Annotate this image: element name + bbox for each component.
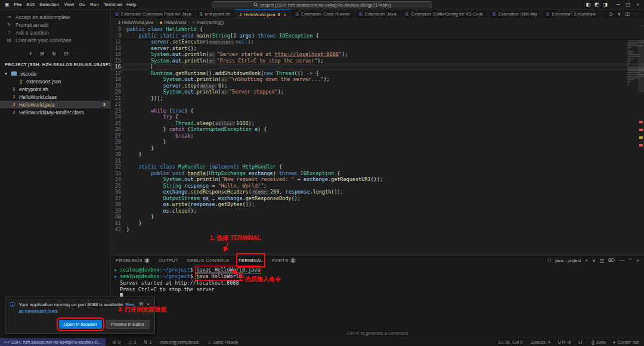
menu-go[interactable]: Go: [79, 2, 85, 7]
remote-indicator[interactable]: ><SSH: hzh.sealos.run-ns-us4sp7ie-devbox…: [0, 338, 106, 346]
tab-helloworld-java[interactable]: JHelloWorld.java3×: [235, 10, 291, 18]
indentation[interactable]: Spaces: 4: [529, 338, 551, 346]
code-line[interactable]: 28 }: [111, 139, 644, 145]
split-terminal-icon[interactable]: ◫: [600, 258, 605, 263]
open-in-browser-button[interactable]: Open in Browser: [59, 320, 102, 329]
refresh-explorer-icon[interactable]: ↻: [52, 51, 56, 57]
code-line[interactable]: 14 System.out.println(x:"Server started …: [111, 51, 644, 58]
code-line[interactable]: 21 }));: [111, 95, 644, 102]
indexing-status[interactable]: Indexing completed.: [159, 338, 201, 346]
cursor-position[interactable]: Ln 16, Col 9: [497, 338, 524, 346]
panel-tab-ports[interactable]: PORTS1: [272, 255, 296, 265]
new-terminal-icon[interactable]: +: [585, 258, 588, 263]
new-file-icon[interactable]: +: [29, 51, 32, 57]
breadcrumb-item-helloworld[interactable]: ◆HelloWorld: [160, 20, 187, 25]
code-line[interactable]: 40 }: [111, 214, 644, 220]
eol[interactable]: LF: [577, 338, 585, 346]
code-line[interactable]: 25 Thread.sleep(millis:1000);: [111, 120, 644, 127]
code-line[interactable]: 34 System.out.println("New request recei…: [111, 176, 644, 183]
toggle-secondary-sidebar-icon[interactable]: ◨: [603, 2, 608, 7]
toggle-primary-sidebar-icon[interactable]: ◧: [586, 2, 590, 7]
close-tab-icon[interactable]: ×: [284, 12, 287, 17]
code-line[interactable]: 13 server.start();: [111, 45, 644, 52]
code-line[interactable]: 32 static class MyHandler implements Htt…: [111, 164, 644, 170]
close-button[interactable]: ×: [636, 2, 639, 7]
tab-entrypoint-sh[interactable]: $entrypoint.sh: [196, 10, 235, 18]
tree-item-helloworld-myhandler-class[interactable]: JHelloWorld$MyHandler.class: [0, 108, 110, 116]
notification-settings-icon[interactable]: ⚙: [139, 301, 143, 314]
code-line[interactable]: 36 exchange.sendResponseHeaders(rCode:20…: [111, 189, 644, 195]
new-folder-icon[interactable]: ⊞: [40, 51, 44, 57]
panel-tab-output[interactable]: OUTPUT: [159, 255, 178, 265]
java-status[interactable]: ♨Java: Ready: [206, 338, 239, 346]
code-line[interactable]: 37 OutputStream os = exchange.getRespons…: [111, 195, 644, 202]
tab-extension-java[interactable]: ⊞Extension: Java: [355, 10, 401, 18]
panel-tab-terminal[interactable]: TERMINAL: [239, 255, 263, 265]
command-center-search[interactable]: project [SSH: hzh.sealos.run-ns-us4sp7ie…: [212, 1, 432, 8]
code-line[interactable]: 27 break;: [111, 133, 644, 139]
menu-selection[interactable]: Selection: [39, 2, 59, 7]
language-mode[interactable]: {}Java: [590, 338, 607, 346]
code-line[interactable]: 8public class HelloWorld {: [111, 26, 644, 33]
tab-extension-code-runner[interactable]: ⊞Extension: Code Runner: [291, 10, 355, 18]
explorer-more-icon[interactable]: ⋯: [76, 51, 81, 57]
panel-tab-problems[interactable]: PROBLEMS3: [116, 255, 150, 265]
tree-item-helloworld-class[interactable]: JHelloWorld.class: [0, 93, 110, 101]
maximize-button[interactable]: ▢: [626, 2, 631, 7]
code-line[interactable]: 17 Runtime.getRuntime().addShutdownHook(…: [111, 70, 644, 77]
code-line[interactable]: 29 }: [111, 145, 644, 152]
code-line[interactable]: 41 }: [111, 220, 644, 227]
code-line[interactable]: 16: [111, 64, 644, 70]
menu-view[interactable]: View: [64, 2, 74, 7]
code-line[interactable]: 22: [111, 101, 644, 108]
collapse-folders-icon[interactable]: ⊟: [64, 51, 68, 57]
tree-item-helloworld-java[interactable]: JHelloWorld.java3: [0, 101, 110, 108]
menu-terminal[interactable]: Terminal: [104, 2, 122, 7]
menu-file[interactable]: File: [14, 2, 22, 7]
code-line[interactable]: 18 System.out.println(x:"\nShutting down…: [111, 76, 644, 83]
code-line[interactable]: 12 server.setExecutor(executor:null);: [111, 39, 644, 45]
code-line[interactable]: 42}: [111, 226, 644, 233]
notification-close-icon[interactable]: ×: [147, 301, 150, 314]
ports-indicator[interactable]: ⇅1: [143, 338, 153, 346]
maximize-panel-icon[interactable]: ⌃: [628, 258, 633, 263]
toggle-panel-icon[interactable]: ◩: [595, 2, 599, 7]
tab-extension-editorconfig-for-vs-code[interactable]: ⊞Extension: EditorConfig for VS Code: [401, 10, 488, 18]
breadcrumb-item-main-string[interactable]: ◇main(String[]): [193, 20, 224, 25]
terminal-more-actions-icon[interactable]: ⋯: [620, 258, 624, 263]
code-line[interactable]: 26 } catch (InterruptedException e) {: [111, 126, 644, 133]
encoding[interactable]: UTF-8: [557, 338, 572, 346]
terminal-profiles-dropdown-icon[interactable]: ∨: [592, 258, 596, 263]
tab-extension-i18n-ally[interactable]: ⊞Extension: i18n Ally: [488, 10, 542, 18]
tab-extension-extension-pack-for-java[interactable]: ⊞Extension: Extension Pack for Java: [111, 10, 196, 18]
kill-terminal-icon[interactable]: ⌦: [608, 258, 615, 263]
code-line[interactable]: 38 os.write(response.getBytes());: [111, 201, 644, 208]
warnings-indicator[interactable]: △3: [127, 338, 137, 346]
editor-more-actions-icon[interactable]: ⋯: [634, 11, 639, 17]
code-line[interactable]: 20 System.out.println(x:"Server stopped"…: [111, 89, 644, 95]
menu-edit[interactable]: Edit: [26, 2, 35, 7]
preview-in-editor-button[interactable]: Preview in Editor: [106, 320, 150, 329]
close-panel-icon[interactable]: ×: [636, 258, 639, 263]
code-line[interactable]: 19 server.stop(delay:0);: [111, 83, 644, 89]
breadcrumb-item-helloworld-java[interactable]: JHelloWorld.java: [118, 20, 153, 25]
split-editor-icon[interactable]: ◫: [625, 11, 630, 17]
code-line[interactable]: 30 }: [111, 151, 644, 158]
errors-indicator[interactable]: ⊘0: [112, 338, 122, 346]
run-dropdown-icon[interactable]: ∨: [618, 11, 621, 17]
cursor-tab[interactable]: ▸Cursor Tab: [612, 338, 640, 346]
code-line[interactable]: 15 System.out.println(x:"Press Ctrl+C to…: [111, 58, 644, 64]
menu-run[interactable]: Run: [90, 2, 99, 7]
terminal[interactable]: ●sealos@devbox:~/project$ javac HelloWor…: [111, 265, 644, 300]
tree-item-vscode[interactable]: ▾.vscode: [0, 70, 110, 77]
code-line[interactable]: 9 public static void main(String[] args)…: [111, 33, 644, 39]
tab-extension-excalidraw[interactable]: ⊞Extension: Excalidraw: [542, 10, 600, 18]
tree-item-entrypoint-sh[interactable]: $entrypoint.sh: [0, 85, 110, 93]
tree-item-extensions-json[interactable]: {}extensions.json: [0, 77, 110, 85]
active-terminal-name[interactable]: java - project: [555, 258, 581, 263]
code-line[interactable]: 39 os.close();: [111, 208, 644, 214]
run-java-button[interactable]: ▷: [609, 11, 613, 17]
code-line[interactable]: 31: [111, 158, 644, 164]
code-line[interactable]: 33 public void handle(HttpExchange excha…: [111, 170, 644, 177]
minimize-button[interactable]: ─: [617, 2, 620, 7]
